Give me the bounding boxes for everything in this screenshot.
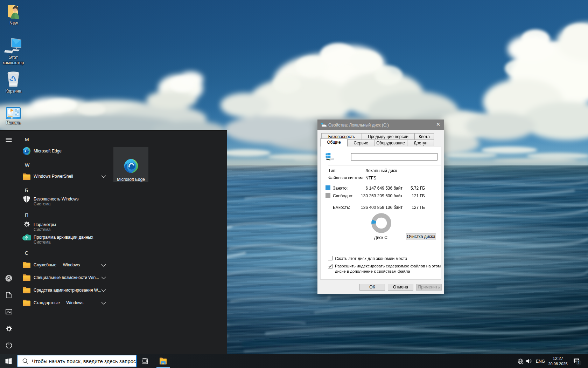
svg-text:1: 1 [578, 361, 580, 365]
